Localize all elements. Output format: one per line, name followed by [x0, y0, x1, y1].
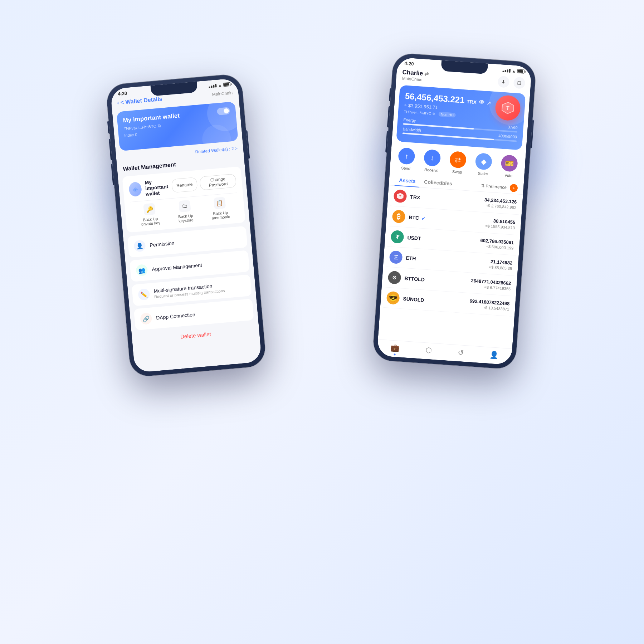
rbar4 [509, 69, 511, 72]
sunold-icon: 😎 [386, 291, 400, 304]
backup-private-key-label: Back Upprivate key [141, 216, 160, 226]
backup-row: 🔑 Back Upprivate key 🗂 Back Upkeystore 📋… [130, 192, 239, 227]
left-time: 4:20 [118, 91, 127, 97]
stake-icon: ◆ [475, 153, 492, 170]
eth-name: ETH [406, 255, 416, 262]
balance-currency: TRX [467, 99, 477, 105]
history-nav-icon: ↺ [457, 348, 464, 357]
energy-label: Energy [403, 117, 416, 122]
change-password-button[interactable]: Change Password [200, 174, 237, 190]
bttold-values: 2648771.04328662 ≈$ 6.77419355 [470, 278, 511, 291]
add-asset-button[interactable]: + [509, 184, 518, 192]
preference-button[interactable]: ⇅ Preference + [481, 182, 518, 192]
battery-icon [223, 82, 231, 87]
rename-button[interactable]: Rename [171, 177, 198, 193]
bottom-nav: 💼 ⬡ ↺ 👤 [377, 339, 512, 365]
management-card: ◈ My important wallet Rename Change Pass… [122, 166, 245, 233]
copy-icon-right[interactable]: ⧉ [433, 112, 435, 116]
bar1 [209, 86, 210, 88]
expand-icon[interactable]: ↗ [487, 100, 491, 106]
send-action[interactable]: ↑ Send [397, 147, 415, 171]
asset-list: T TRX 34,234,453.126 ≈$ 2,760,842.982 ₿ … [380, 185, 523, 317]
scan-button[interactable]: ⊡ [513, 77, 525, 89]
right-phone: 4:20 ▲ [372, 53, 536, 370]
nav-profile[interactable]: 👤 [489, 350, 499, 363]
vote-label: Vote [504, 173, 513, 178]
copy-icon[interactable]: ⧉ [157, 123, 161, 128]
swap-circle-icon: ⇄ [449, 151, 467, 169]
eth-amount: 21.174682 [489, 259, 513, 265]
receive-header-button[interactable]: ⬇ [497, 76, 509, 88]
collectibles-nav-icon: ⬡ [425, 346, 432, 355]
bar4 [215, 84, 217, 87]
bttold-name: BTTOLD [404, 275, 425, 283]
swap-action[interactable]: ⇄ Swap [449, 151, 467, 175]
rbar2 [505, 70, 506, 72]
backup-keystore[interactable]: 🗂 Back Upkeystore [177, 200, 194, 223]
receive-label: Receive [424, 167, 439, 173]
bar3 [213, 84, 215, 87]
energy-value: 37/60 [508, 125, 518, 130]
user-info: Charlie ⇄ MainChain [402, 69, 429, 83]
usdt-values: 602,786.035091 ≈$ 606,000.199 [480, 238, 514, 250]
nav-active-dot [394, 353, 395, 355]
backup-keystore-label: Back Upkeystore [178, 213, 194, 223]
right-battery [517, 69, 525, 73]
wallet-card: My important wallet THPvaU...Fhn5YC ⧉ In… [117, 102, 238, 151]
right-btn-vol-up [387, 106, 390, 127]
tab-assets[interactable]: Assets [395, 174, 420, 187]
left-btn-power [246, 130, 250, 159]
bttold-icon: ⊙ [387, 271, 401, 284]
nav-collectibles[interactable]: ⬡ [425, 346, 432, 358]
eye-icon[interactable]: 👁 [479, 99, 485, 106]
nav-history[interactable]: ↺ [457, 348, 464, 360]
non-hd-badge: Non-HD [439, 112, 456, 117]
send-label: Send [401, 166, 410, 171]
multisig-text: Multi-signature transaction Request or p… [153, 282, 225, 299]
approval-text: Approval Management [152, 262, 203, 272]
swap-icon[interactable]: ⇄ [424, 71, 429, 77]
send-icon: ↑ [398, 147, 415, 165]
multisig-icon: ✏️ [138, 288, 150, 301]
sunold-name: SUNOLD [403, 296, 424, 303]
header-actions: ⬇ ⊡ [497, 76, 525, 89]
eth-usd: ≈$ 85,885.35 [489, 265, 512, 270]
wallet-toggle[interactable] [217, 107, 230, 115]
receive-action[interactable]: ↓ Receive [423, 149, 441, 173]
backup-mnemonic[interactable]: 📋 Back Upmnemonic [210, 196, 230, 220]
svg-text:T: T [399, 195, 401, 198]
receive-icon: ↓ [424, 149, 441, 167]
profile-nav-icon: 👤 [489, 350, 499, 360]
wallet-avatar: ◈ [128, 181, 142, 197]
bandwidth-label: Bandwidth [402, 127, 421, 132]
tab-collectibles[interactable]: Collectibles [419, 176, 457, 190]
stake-label: Stake [478, 171, 488, 176]
usdt-name: USDT [407, 235, 421, 241]
trx-name: TRX [410, 194, 420, 200]
btc-name: BTC ✔ [409, 214, 425, 221]
sort-icon: ⇅ [481, 183, 485, 189]
wifi-icon: ▲ [218, 83, 222, 87]
stake-action[interactable]: ◆ Stake [474, 153, 492, 176]
dapp-icon: 🔗 [140, 312, 152, 325]
right-status-icons: ▲ [503, 68, 525, 74]
keystore-icon: 🗂 [179, 200, 191, 213]
backup-mnemonic-label: Back Upmnemonic [211, 210, 230, 220]
wallet-action-buttons: Rename Change Password [171, 174, 237, 193]
eth-icon: Ξ [389, 250, 402, 264]
dapp-text: DApp Connection [156, 312, 195, 321]
signal-bars [209, 84, 217, 88]
vote-action[interactable]: 🎫 Vote [500, 155, 518, 178]
mnemonic-icon: 📋 [213, 197, 226, 209]
permission-icon: 👤 [133, 240, 146, 252]
backup-private-key[interactable]: 🔑 Back Upprivate key [140, 203, 160, 226]
nav-assets[interactable]: 💼 [390, 343, 400, 356]
rbar3 [507, 69, 509, 72]
eth-values: 21.174682 ≈$ 85,885.35 [489, 259, 513, 270]
usdt-icon: ₮ [390, 230, 404, 244]
trx-values: 34,234,453.126 ≈$ 2,760,842.982 [484, 197, 517, 209]
approval-icon: 👥 [136, 264, 148, 277]
btc-icon: ₿ [392, 210, 405, 223]
right-battery-fill [518, 70, 523, 73]
rbar1 [503, 70, 504, 72]
